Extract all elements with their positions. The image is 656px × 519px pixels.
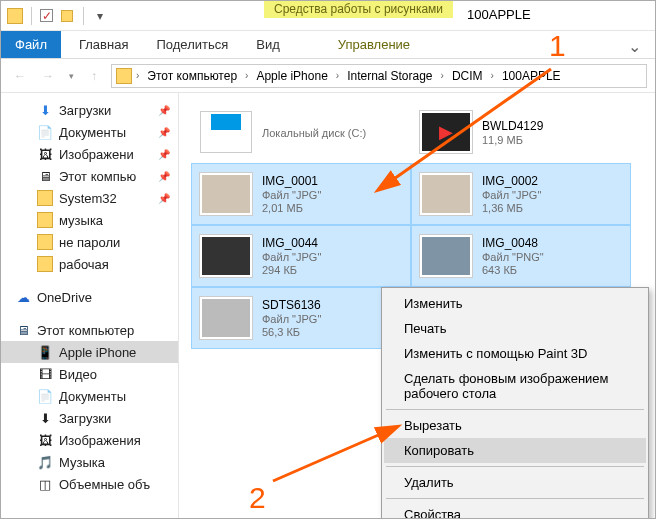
pin-icon: 📌 bbox=[158, 105, 170, 116]
picture-icon: 🖼 bbox=[37, 146, 53, 162]
sidebar-item-label: Этот компью bbox=[59, 169, 136, 184]
context-menu-item[interactable]: Сделать фоновым изображением рабочего ст… bbox=[384, 366, 646, 406]
file-thumbnail: ▶ bbox=[420, 111, 472, 153]
breadcrumb[interactable]: Internal Storage bbox=[343, 67, 436, 85]
checkbox-icon[interactable]: ✓ bbox=[40, 9, 53, 22]
breadcrumb[interactable]: 100APPLE bbox=[498, 67, 565, 85]
file-name: IMG_0048 bbox=[482, 236, 544, 250]
sidebar-item-label: не пароли bbox=[59, 235, 120, 250]
chevron-right-icon[interactable]: › bbox=[134, 70, 141, 81]
file-item[interactable]: IMG_0002Файл "JPG"1,36 МБ bbox=[411, 163, 631, 225]
file-name: IMG_0001 bbox=[262, 174, 321, 188]
context-menu-item[interactable]: Печать bbox=[384, 316, 646, 341]
file-name: BWLD4129 bbox=[482, 119, 543, 133]
file-size: 2,01 МБ bbox=[262, 202, 321, 214]
file-size: 294 КБ bbox=[262, 264, 321, 276]
sidebar-item[interactable]: 🖼Изображения bbox=[1, 429, 178, 451]
sidebar-item-label: Документы bbox=[59, 125, 126, 140]
context-menu-item[interactable]: Удалить bbox=[384, 470, 646, 495]
sidebar-item[interactable]: ⬇Загрузки📌 bbox=[1, 99, 178, 121]
file-size: 1,36 МБ bbox=[482, 202, 541, 214]
sidebar-item-label: музыка bbox=[59, 213, 103, 228]
file-size: 11,9 МБ bbox=[482, 134, 543, 146]
doc-icon: 📄 bbox=[37, 388, 53, 404]
file-item[interactable]: ▶BWLD412911,9 МБ bbox=[411, 101, 631, 163]
title-bar: ✓ ▾ Средства работы с рисунками 100APPLE bbox=[1, 1, 655, 31]
folder-icon bbox=[116, 68, 132, 84]
pc-icon: 🖥 bbox=[15, 322, 31, 338]
sidebar-item-label: OneDrive bbox=[37, 290, 92, 305]
file-item[interactable]: IMG_0001Файл "JPG"2,01 МБ bbox=[191, 163, 411, 225]
chevron-right-icon[interactable]: › bbox=[243, 70, 250, 81]
sidebar-item[interactable]: System32📌 bbox=[1, 187, 178, 209]
video-icon: 🎞 bbox=[37, 366, 53, 382]
context-menu-item[interactable]: Изменить bbox=[384, 291, 646, 316]
sidebar-item[interactable]: 🎵Музыка bbox=[1, 451, 178, 473]
chevron-right-icon[interactable]: › bbox=[489, 70, 496, 81]
sidebar-item-label: рабочая bbox=[59, 257, 109, 272]
tab-share[interactable]: Поделиться bbox=[142, 31, 242, 58]
file-name: IMG_0044 bbox=[262, 236, 321, 250]
nav-back-button[interactable]: ← bbox=[9, 65, 31, 87]
pin-icon: 📌 bbox=[158, 149, 170, 160]
breadcrumb[interactable]: DCIM bbox=[448, 67, 487, 85]
phone-icon: 📱 bbox=[37, 344, 53, 360]
sidebar-item[interactable]: 🎞Видео bbox=[1, 363, 178, 385]
sidebar-item[interactable]: 🖼Изображени📌 bbox=[1, 143, 178, 165]
sidebar-item[interactable]: ◫Объемные объ bbox=[1, 473, 178, 495]
window-title: 100APPLE bbox=[453, 1, 541, 30]
nav-history-dropdown[interactable]: ▾ bbox=[65, 65, 77, 87]
pin-icon: 📌 bbox=[158, 171, 170, 182]
context-menu-item[interactable]: Вырезать bbox=[384, 413, 646, 438]
sidebar-item[interactable]: музыка bbox=[1, 209, 178, 231]
ribbon-expand-icon[interactable]: ⌄ bbox=[614, 31, 655, 58]
picture-tools-header: Средства работы с рисунками bbox=[264, 1, 453, 18]
sidebar-item-label: Документы bbox=[59, 389, 126, 404]
sidebar-item[interactable]: рабочая bbox=[1, 253, 178, 275]
sidebar-item[interactable]: 📄Документы📌 bbox=[1, 121, 178, 143]
file-item[interactable]: IMG_0048Файл "PNG"643 КБ bbox=[411, 225, 631, 287]
navigation-row: ← → ▾ ↑ › Этот компьютер › Apple iPhone … bbox=[1, 59, 655, 93]
sidebar-onedrive[interactable]: ☁ OneDrive bbox=[1, 286, 178, 308]
sidebar-item[interactable]: ⬇Загрузки bbox=[1, 407, 178, 429]
pc-icon: 🖥 bbox=[37, 168, 53, 184]
breadcrumb[interactable]: Apple iPhone bbox=[252, 67, 331, 85]
file-item[interactable]: SDTS6136Файл "JPG"56,3 КБ bbox=[191, 287, 411, 349]
file-size: 56,3 КБ bbox=[262, 326, 321, 338]
sidebar-item-label: Изображени bbox=[59, 147, 134, 162]
sidebar-this-pc[interactable]: 🖥 Этот компьютер bbox=[1, 319, 178, 341]
context-menu-item[interactable]: Копировать bbox=[384, 438, 646, 463]
folder-small-icon[interactable] bbox=[59, 8, 75, 24]
address-bar[interactable]: › Этот компьютер › Apple iPhone › Intern… bbox=[111, 64, 647, 88]
file-thumbnail bbox=[200, 111, 252, 153]
context-menu-item[interactable]: Свойства bbox=[384, 502, 646, 519]
sidebar-item[interactable]: 🖥Этот компью📌 bbox=[1, 165, 178, 187]
sidebar-item[interactable]: не пароли bbox=[1, 231, 178, 253]
file-name: IMG_0002 bbox=[482, 174, 541, 188]
file-type: Файл "JPG" bbox=[262, 313, 321, 325]
sidebar-item[interactable]: 📱Apple iPhone bbox=[1, 341, 178, 363]
music-icon: 🎵 bbox=[37, 454, 53, 470]
tab-view[interactable]: Вид bbox=[242, 31, 294, 58]
context-menu: ИзменитьПечатьИзменить с помощью Paint 3… bbox=[381, 287, 649, 519]
download-icon: ⬇ bbox=[37, 102, 53, 118]
tab-home[interactable]: Главная bbox=[65, 31, 142, 58]
nav-up-button[interactable]: ↑ bbox=[83, 65, 105, 87]
file-item[interactable]: Локальный диск (C:) bbox=[191, 101, 411, 163]
tab-manage[interactable]: Управление bbox=[324, 31, 424, 58]
file-thumbnail bbox=[420, 173, 472, 215]
context-menu-item[interactable]: Изменить с помощью Paint 3D bbox=[384, 341, 646, 366]
tab-file[interactable]: Файл bbox=[1, 31, 61, 58]
nav-forward-button[interactable]: → bbox=[37, 65, 59, 87]
folder-icon bbox=[37, 190, 53, 206]
file-type: Файл "JPG" bbox=[262, 189, 321, 201]
chevron-right-icon[interactable]: › bbox=[439, 70, 446, 81]
sidebar-item-label: Музыка bbox=[59, 455, 105, 470]
sidebar-item-label: Объемные объ bbox=[59, 477, 150, 492]
qat-dropdown-icon[interactable]: ▾ bbox=[92, 8, 108, 24]
breadcrumb[interactable]: Этот компьютер bbox=[143, 67, 241, 85]
contextual-tab-header: Средства работы с рисунками bbox=[264, 1, 453, 30]
chevron-right-icon[interactable]: › bbox=[334, 70, 341, 81]
file-item[interactable]: IMG_0044Файл "JPG"294 КБ bbox=[191, 225, 411, 287]
sidebar-item[interactable]: 📄Документы bbox=[1, 385, 178, 407]
